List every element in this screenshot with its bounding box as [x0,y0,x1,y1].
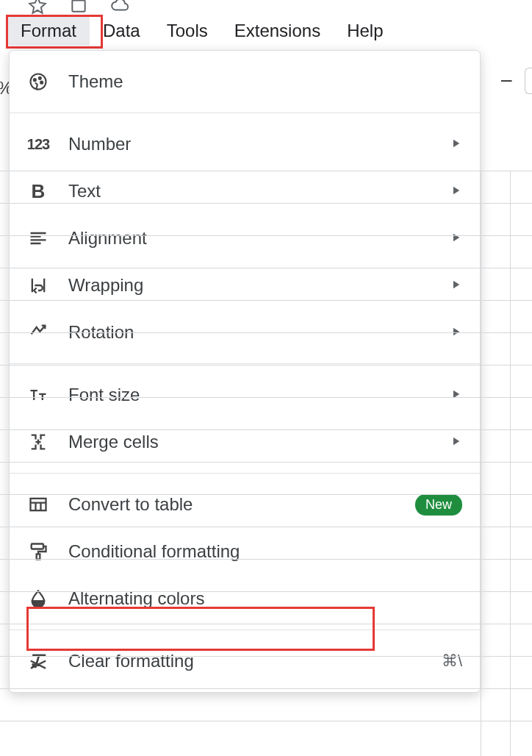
chevron-right-icon [449,228,462,249]
divider [10,113,480,113]
menu-tools[interactable]: Tools [154,16,221,46]
svg-rect-0 [72,1,85,12]
menu-wrapping[interactable]: Wrapping [10,262,480,309]
merge-cells-label: Merge cells [68,432,449,452]
chevron-right-icon [449,385,462,405]
menu-number[interactable]: 123 Number [10,121,480,168]
chevron-right-icon [449,134,462,154]
chevron-right-icon [449,181,462,202]
format-dropdown: Theme 123 Number B Text Alignment Wrappi… [9,50,481,693]
menu-extensions[interactable]: Extensions [221,16,334,46]
chevron-right-icon [449,275,462,296]
menu-font-size[interactable]: Font size [10,371,480,418]
chevron-right-icon [449,432,462,452]
font-size-label: Font size [68,385,449,405]
menu-theme[interactable]: Theme [10,58,480,105]
text-label: Text [68,181,449,202]
menu-clear-formatting[interactable]: Clear formatting ⌘\ [10,638,480,685]
alignment-icon [27,227,49,249]
quick-access-icons [28,0,129,18]
star-icon[interactable] [28,0,47,18]
svg-rect-6 [32,544,43,549]
number-icon: 123 [27,133,49,155]
spreadsheet-grid [481,171,532,756]
menu-merge-cells[interactable]: Merge cells [10,418,480,466]
theme-icon [27,71,49,93]
clear-shortcut: ⌘\ [442,652,462,671]
convert-table-label: Convert to table [68,494,415,515]
menu-text[interactable]: B Text [10,168,480,215]
new-badge: New [415,494,462,516]
wrapping-label: Wrapping [68,275,449,296]
theme-label: Theme [68,71,462,92]
merge-cells-icon [27,431,49,453]
divider [10,473,480,474]
svg-point-2 [34,79,36,81]
svg-point-4 [40,82,43,84]
menu-alternating-colors[interactable]: Alternating colors [10,575,480,622]
alignment-label: Alignment [68,228,449,249]
menubar: Format Data Tools Extensions Help [7,16,397,46]
svg-point-3 [39,77,41,79]
table-icon [27,493,49,516]
minus-icon[interactable]: − [500,68,513,93]
move-icon[interactable] [69,0,88,18]
menu-data[interactable]: Data [90,16,154,46]
clear-label: Clear formatting [68,651,442,671]
font-size-box[interactable]: 1 [525,68,532,94]
menu-alignment[interactable]: Alignment [10,215,480,262]
menu-help[interactable]: Help [334,16,396,46]
cloud-icon[interactable] [110,0,129,18]
wrapping-icon [27,274,49,296]
toolbar-fragment: − 1 [500,68,532,94]
menu-convert-table[interactable]: Convert to table New [10,481,480,528]
menu-conditional-formatting[interactable]: Conditional formatting [10,528,480,575]
number-label: Number [68,134,449,154]
font-size-icon [27,384,49,406]
svg-rect-5 [31,499,46,510]
bold-icon: B [27,180,49,202]
clear-format-icon [27,650,49,672]
divider [10,630,480,630]
divider [10,363,480,364]
menu-format[interactable]: Format [7,16,90,46]
svg-point-1 [31,74,46,90]
